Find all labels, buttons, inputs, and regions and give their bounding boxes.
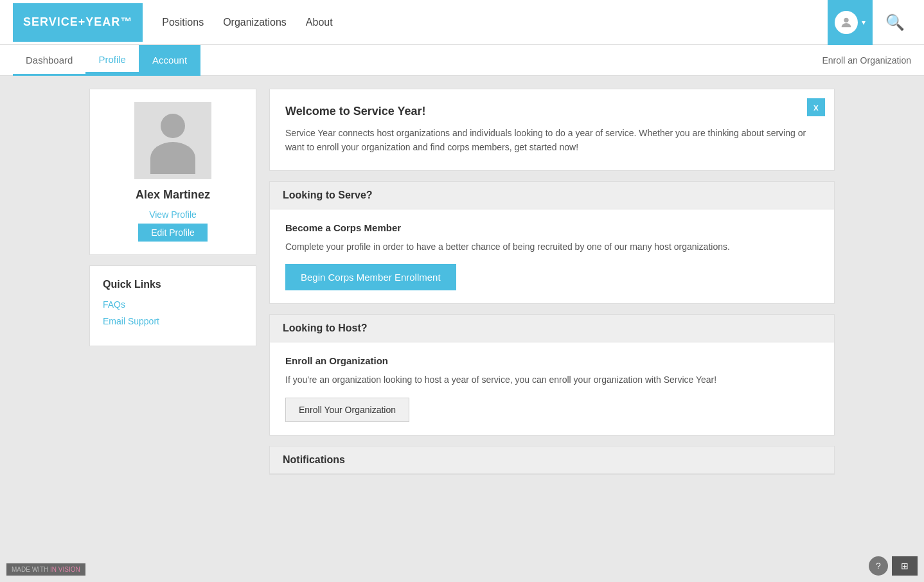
- view-profile-link[interactable]: View Profile: [149, 209, 197, 220]
- avatar-head: [161, 114, 185, 138]
- profile-name: Alex Martinez: [136, 188, 210, 202]
- main-nav: Positions Organizations About: [162, 17, 828, 28]
- subnav: Dashboard Profile Account Enroll an Orga…: [0, 45, 924, 76]
- email-support-link[interactable]: Email Support: [103, 316, 243, 326]
- nav-positions[interactable]: Positions: [162, 17, 204, 28]
- welcome-title: Welcome to Service Year!: [285, 105, 819, 118]
- nav-about[interactable]: About: [306, 17, 333, 28]
- avatar-body: [150, 142, 195, 174]
- avatar: [835, 11, 858, 34]
- main-content: Alex Martinez View Profile Edit Profile …: [76, 76, 848, 488]
- notifications-card: Notifications: [269, 446, 835, 475]
- looking-to-serve-card: Looking to Serve? Become a Corps Member …: [269, 181, 835, 304]
- enroll-org-nav-link[interactable]: Enroll an Organization: [822, 55, 911, 66]
- corps-member-text: Complete your profile in order to have a…: [285, 240, 819, 254]
- tab-dashboard[interactable]: Dashboard: [13, 45, 85, 76]
- notifications-header: Notifications: [270, 446, 834, 474]
- user-menu-button[interactable]: ▾: [828, 0, 873, 45]
- header-right: ▾ 🔍: [828, 0, 911, 45]
- close-welcome-button[interactable]: x: [807, 98, 825, 116]
- looking-to-serve-body: Become a Corps Member Complete your prof…: [270, 209, 834, 303]
- sidebar: Alex Martinez View Profile Edit Profile …: [89, 89, 256, 475]
- header: SERVICE+YEAR™ Positions Organizations Ab…: [0, 0, 924, 45]
- tab-profile[interactable]: Profile: [85, 45, 139, 76]
- looking-to-host-card: Looking to Host? Enroll an Organization …: [269, 314, 835, 435]
- corps-member-subtitle: Become a Corps Member: [285, 222, 819, 233]
- welcome-text: Service Year connects host organizations…: [285, 126, 819, 155]
- avatar-figure: [150, 114, 195, 174]
- edit-profile-button[interactable]: Edit Profile: [138, 224, 208, 242]
- enroll-your-organization-button[interactable]: Enroll Your Organization: [285, 398, 409, 422]
- search-button[interactable]: 🔍: [879, 13, 911, 31]
- avatar-image: [134, 102, 211, 179]
- enroll-org-text: If you're an organization looking to hos…: [285, 373, 819, 387]
- welcome-card: x Welcome to Service Year! Service Year …: [269, 89, 835, 171]
- content-area: x Welcome to Service Year! Service Year …: [269, 89, 835, 475]
- looking-to-host-header: Looking to Host?: [270, 315, 834, 342]
- tab-account[interactable]: Account: [139, 45, 200, 76]
- quick-links-title: Quick Links: [103, 279, 243, 290]
- logo: SERVICE+YEAR™: [13, 3, 143, 42]
- looking-to-serve-header: Looking to Serve?: [270, 182, 834, 209]
- enroll-org-subtitle: Enroll an Organization: [285, 355, 819, 366]
- profile-card: Alex Martinez View Profile Edit Profile: [89, 89, 256, 255]
- svg-point-0: [844, 17, 848, 22]
- chevron-down-icon: ▾: [862, 18, 866, 27]
- quick-links-card: Quick Links FAQs Email Support: [89, 265, 256, 346]
- faqs-link[interactable]: FAQs: [103, 299, 243, 310]
- nav-organizations[interactable]: Organizations: [223, 17, 287, 28]
- looking-to-host-body: Enroll an Organization If you're an orga…: [270, 342, 834, 434]
- subnav-links: Dashboard Profile Account: [13, 45, 822, 76]
- begin-corps-enrollment-button[interactable]: Begin Corps Member Enrollment: [285, 264, 456, 290]
